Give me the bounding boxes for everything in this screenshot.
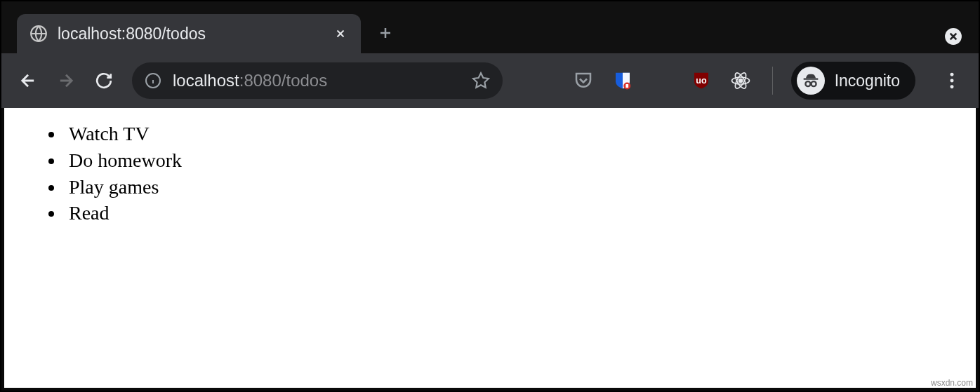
tab-title: localhost:8080/todos <box>58 25 323 43</box>
list-item: Do homework <box>65 147 958 174</box>
tab-bar: localhost:8080/todos <box>1 1 979 53</box>
svg-point-12 <box>811 81 816 86</box>
list-item: Watch TV <box>65 121 958 147</box>
svg-point-14 <box>951 79 954 83</box>
svg-rect-10 <box>803 79 818 80</box>
forward-button[interactable] <box>49 64 83 97</box>
incognito-label: Incognito <box>835 72 900 90</box>
address-bar[interactable]: localhost:8080/todos <box>132 62 503 99</box>
pocket-icon[interactable] <box>571 69 595 93</box>
page-content: Watch TV Do homework Play games Read <box>4 108 976 388</box>
todo-list: Watch TV Do homework Play games Read <box>22 121 958 227</box>
window-close-button[interactable] <box>943 27 963 46</box>
svg-point-11 <box>805 81 810 86</box>
incognito-icon <box>797 67 825 95</box>
incognito-badge[interactable]: Incognito <box>791 62 915 100</box>
svg-rect-4 <box>625 84 628 88</box>
extensions-area: uo Incognito <box>557 62 969 100</box>
watermark: wsxdn.com <box>931 378 973 388</box>
site-info-icon[interactable] <box>145 72 161 89</box>
react-devtools-icon[interactable] <box>729 69 753 93</box>
list-item: Play games <box>65 174 958 201</box>
svg-point-13 <box>951 73 954 76</box>
svg-point-15 <box>951 85 954 88</box>
toolbar-divider <box>772 67 773 95</box>
active-tab[interactable]: localhost:8080/todos <box>17 14 361 53</box>
bookmark-star-icon[interactable] <box>472 72 490 90</box>
new-tab-button[interactable] <box>371 18 400 48</box>
url-rest: :8080/todos <box>239 71 327 90</box>
list-item: Read <box>65 200 958 227</box>
crescent-icon[interactable] <box>650 69 674 93</box>
svg-point-6 <box>739 79 742 83</box>
back-button[interactable] <box>11 64 45 97</box>
kebab-menu-button[interactable] <box>935 64 969 97</box>
bitwarden-icon[interactable] <box>611 69 635 93</box>
browser-chrome: localhost:8080/todos localhost:8080/t <box>1 1 979 108</box>
reload-button[interactable] <box>87 64 121 97</box>
svg-text:uo: uo <box>696 76 707 86</box>
toolbar: localhost:8080/todos uo <box>1 53 979 108</box>
close-tab-button[interactable] <box>333 26 348 41</box>
ublock-icon[interactable]: uo <box>689 69 713 93</box>
url-host: localhost <box>173 71 239 90</box>
globe-icon <box>29 25 48 43</box>
url-text: localhost:8080/todos <box>173 71 461 90</box>
